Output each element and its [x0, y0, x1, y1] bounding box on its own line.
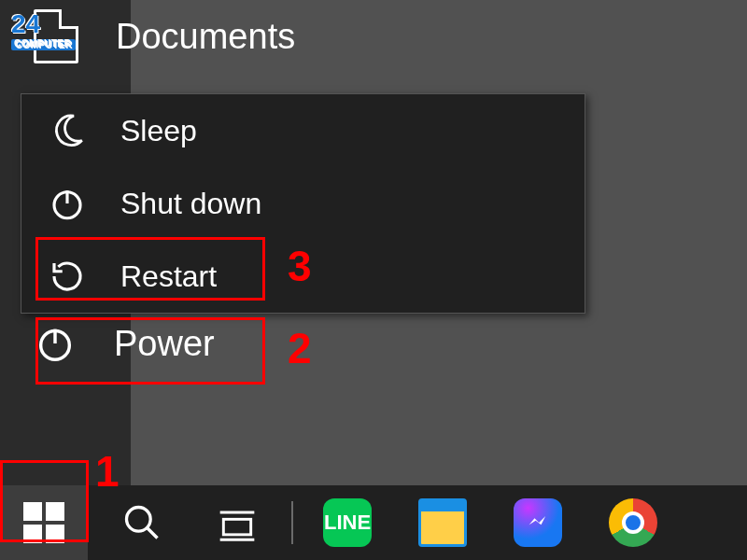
restart-label: Restart: [120, 259, 217, 294]
taskbar-app-line[interactable]: LINE: [306, 485, 388, 560]
messenger-icon: [514, 498, 562, 547]
watermark-word: COMPUTER: [11, 39, 76, 50]
watermark-number: 24: [11, 9, 40, 38]
task-view-button[interactable]: [196, 485, 278, 560]
moon-icon: [48, 111, 87, 150]
power-flyout-menu: Sleep Shut down Restart: [21, 93, 585, 314]
documents-label: Documents: [116, 17, 295, 57]
search-button[interactable]: [101, 485, 183, 560]
taskbar-app-explorer[interactable]: [402, 485, 484, 560]
shutdown-item[interactable]: Shut down: [21, 167, 585, 240]
power-label: Power: [114, 324, 215, 364]
taskbar-separator: [291, 501, 293, 544]
task-view-icon: [217, 502, 258, 543]
chrome-icon: [609, 498, 657, 547]
svg-rect-7: [223, 519, 250, 535]
svg-line-5: [148, 528, 158, 539]
sleep-label: Sleep: [120, 114, 197, 148]
sleep-item[interactable]: Sleep: [21, 94, 585, 167]
search-icon: [121, 502, 162, 543]
file-explorer-icon: [418, 498, 467, 547]
shutdown-label: Shut down: [120, 187, 261, 221]
line-app-icon: LINE: [323, 498, 372, 547]
svg-point-4: [127, 508, 151, 532]
taskbar-app-messenger[interactable]: [497, 485, 579, 560]
start-menu-power-button[interactable]: Power: [34, 322, 215, 365]
restart-item[interactable]: Restart: [21, 240, 585, 313]
taskbar-app-chrome[interactable]: [592, 485, 674, 560]
restart-icon: [48, 257, 87, 296]
power-icon: [34, 322, 77, 365]
taskbar: LINE: [0, 485, 747, 560]
power-icon: [48, 184, 87, 223]
watermark-logo: 24 COMPUTER: [11, 11, 76, 50]
windows-icon: [23, 502, 64, 543]
start-button[interactable]: [0, 485, 88, 560]
